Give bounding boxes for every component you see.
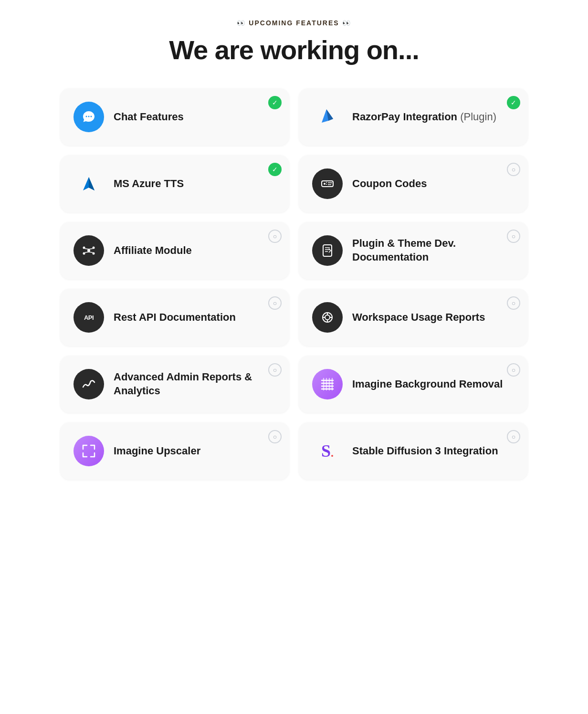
- status-badge-razorpay: ✓: [507, 96, 520, 109]
- svg-point-6: [324, 183, 326, 185]
- svg-point-1: [88, 116, 90, 117]
- analytics-icon: [74, 369, 104, 399]
- main-title: We are working on...: [60, 34, 528, 65]
- card-stable-diffusion-title: Stable Diffusion 3 Integration: [352, 444, 498, 458]
- status-badge-coupon: ○: [507, 163, 520, 176]
- card-bg-removal: Imagine Background Removal ○: [299, 356, 528, 413]
- svg-marker-4: [89, 177, 94, 190]
- card-rest-api: API Rest API Documentation ○: [60, 289, 289, 346]
- card-advanced-admin: Advanced Admin Reports & Analytics ○: [60, 356, 289, 413]
- svg-point-2: [91, 116, 92, 117]
- plugin-docs-icon: [312, 235, 343, 266]
- svg-point-11: [83, 247, 85, 249]
- status-badge-bg-removal: ○: [507, 363, 520, 377]
- svg-line-16: [89, 249, 93, 249]
- razorpay-icon: [312, 102, 343, 132]
- status-badge-stable-diffusion: ○: [507, 430, 520, 443]
- status-badge-azure: ✓: [268, 163, 282, 176]
- svg-line-18: [89, 252, 93, 252]
- svg-line-17: [85, 252, 89, 252]
- card-chat-features-title: Chat Features: [114, 110, 184, 124]
- svg-rect-5: [322, 181, 333, 187]
- svg-point-13: [83, 252, 85, 255]
- status-badge-rest-api: ○: [268, 296, 282, 310]
- card-affiliate: Affiliate Module ○: [60, 222, 289, 279]
- api-icon: API: [74, 302, 104, 333]
- card-azure-title: MS Azure TTS: [114, 177, 184, 191]
- card-coupon-title: Coupon Codes: [352, 177, 427, 191]
- azure-icon: [74, 168, 104, 199]
- status-badge-plugin-docs: ○: [507, 230, 520, 243]
- card-plugin-docs-title: Plugin & Theme Dev. Documentation: [352, 237, 514, 264]
- card-plugin-docs: Plugin & Theme Dev. Documentation ○: [299, 222, 528, 279]
- status-badge-affiliate: ○: [268, 230, 282, 243]
- card-razorpay-title: RazorPay Integration (Plugin): [352, 110, 496, 124]
- header-section: 👀 UPCOMING FEATURES 👀 We are working on.…: [60, 19, 528, 65]
- chat-icon: [74, 102, 104, 132]
- page-container: 👀 UPCOMING FEATURES 👀 We are working on.…: [60, 19, 528, 480]
- svg-point-24: [325, 315, 330, 320]
- card-coupon-codes: Coupon Codes ○: [299, 155, 528, 212]
- card-workspace: Workspace Usage Reports ○: [299, 289, 528, 346]
- bg-removal-icon: [312, 369, 343, 399]
- upcoming-label: 👀 UPCOMING FEATURES 👀: [60, 19, 528, 27]
- card-affiliate-title: Affiliate Module: [114, 244, 192, 258]
- card-advanced-admin-title: Advanced Admin Reports & Analytics: [114, 370, 276, 398]
- status-badge-advanced-admin: ○: [268, 363, 282, 377]
- svg-point-14: [93, 252, 95, 255]
- card-ms-azure: MS Azure TTS ✓: [60, 155, 289, 212]
- coupon-icon: [312, 168, 343, 199]
- workspace-icon: [312, 302, 343, 333]
- affiliate-icon: [74, 235, 104, 266]
- card-razorpay: RazorPay Integration (Plugin) ✓: [299, 88, 528, 146]
- status-badge-upscaler: ○: [268, 430, 282, 443]
- upscaler-icon: [74, 436, 104, 466]
- svg-point-10: [87, 249, 90, 252]
- svg-line-15: [85, 249, 89, 249]
- svg-point-0: [86, 116, 87, 117]
- card-bg-removal-title: Imagine Background Removal: [352, 378, 503, 391]
- status-badge-workspace: ○: [507, 296, 520, 310]
- card-rest-api-title: Rest API Documentation: [114, 311, 236, 325]
- card-stable-diffusion: S. Stable Diffusion 3 Integration ○: [299, 422, 528, 480]
- card-workspace-title: Workspace Usage Reports: [352, 311, 485, 325]
- stable-diffusion-icon: S.: [312, 436, 343, 466]
- svg-point-12: [93, 247, 95, 249]
- features-grid: Chat Features ✓ RazorPay Integration (Pl…: [60, 88, 528, 480]
- card-chat-features: Chat Features ✓: [60, 88, 289, 146]
- card-upscaler: Imagine Upscaler ○: [60, 422, 289, 480]
- status-badge-chat: ✓: [268, 96, 282, 109]
- card-upscaler-title: Imagine Upscaler: [114, 444, 200, 458]
